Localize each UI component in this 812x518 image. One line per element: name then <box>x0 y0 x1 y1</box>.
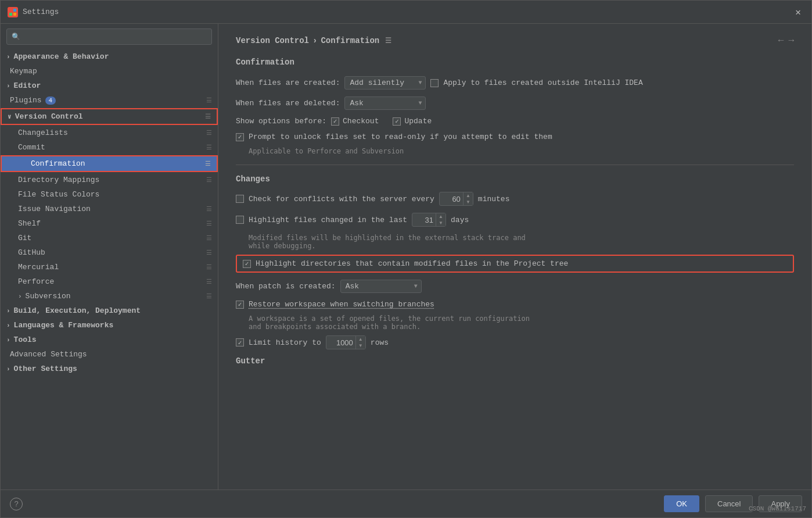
spinbox-up-button[interactable]: ▲ <box>356 336 365 342</box>
settings-icon: ☰ <box>206 176 212 184</box>
sidebar-item-label: File Status Colors <box>18 190 99 199</box>
settings-icon: ☰ <box>205 160 211 167</box>
sidebar-item-label: Version Control <box>15 112 83 121</box>
workspace-hint: A workspace is a set of opened files, th… <box>249 315 794 331</box>
check-conflicts-row: Check for conflicts with the server ever… <box>236 192 794 206</box>
ok-button[interactable]: OK <box>664 495 699 512</box>
prompt-unlock-checkbox[interactable] <box>236 133 244 141</box>
highlight-dirs-checkbox[interactable] <box>243 260 251 268</box>
sidebar-item-label: Editor <box>14 81 41 90</box>
sidebar-item-perforce[interactable]: Perforce ☰ <box>1 274 218 289</box>
search-input[interactable] <box>24 33 207 41</box>
sidebar-item-label: GitHub <box>18 248 45 257</box>
restore-workspace-label: Restore workspace when switching branche… <box>249 300 434 309</box>
limit-history-checkbox[interactable] <box>236 338 244 346</box>
highlight-hint: Modified files will be highlighted in th… <box>249 234 794 250</box>
gutter-title: Gutter <box>236 356 794 366</box>
spinbox-up-button[interactable]: ▲ <box>464 192 473 199</box>
restore-workspace-checkbox[interactable] <box>236 301 244 309</box>
bottom-bar: ? OK Cancel Apply <box>1 490 811 517</box>
when-patch-label: When patch is created: <box>236 282 336 291</box>
sidebar-item-label: Mercurial <box>18 263 59 271</box>
spinbox-down-button[interactable]: ▼ <box>356 342 365 349</box>
sidebar-item-mercurial[interactable]: Mercurial ☰ <box>1 260 218 274</box>
sidebar-item-subversion[interactable]: › Subversion ☰ <box>1 289 218 303</box>
cancel-button[interactable]: Cancel <box>705 495 753 512</box>
checkout-checkbox[interactable] <box>331 117 339 126</box>
conflicts-input[interactable] <box>440 195 463 203</box>
sidebar-item-other[interactable]: › Other Settings <box>1 362 218 376</box>
sidebar-item-advanced[interactable]: Advanced Settings <box>1 347 218 362</box>
conflicts-spinbox[interactable]: ▲ ▼ <box>439 192 473 206</box>
days-label: days <box>451 216 469 224</box>
sidebar-item-keymap[interactable]: Keymap <box>1 64 218 78</box>
sidebar-item-commit[interactable]: Commit ☰ <box>1 140 218 155</box>
sidebar-item-editor[interactable]: › Editor <box>1 78 218 93</box>
update-label: Update <box>404 117 432 126</box>
days-spinbox[interactable]: ▲ ▼ <box>412 213 446 227</box>
sidebar-item-version-control[interactable]: ∨ Version Control ☰ <box>2 109 217 124</box>
changes-title: Changes <box>236 174 794 184</box>
close-button[interactable]: ✕ <box>792 5 804 19</box>
sidebar-item-label: Git <box>18 234 31 242</box>
checkout-label: Checkout <box>343 117 379 126</box>
when-patch-value: Ask <box>346 282 359 291</box>
update-checkbox[interactable] <box>393 117 401 126</box>
highlight-files-checkbox[interactable] <box>236 216 244 224</box>
highlight-dirs-row: Highlight directories that contain modif… <box>236 255 794 273</box>
restore-workspace-row: Restore workspace when switching branche… <box>236 300 794 309</box>
chevron-right-icon: › <box>6 366 10 373</box>
settings-icon: ☰ <box>206 129 212 137</box>
when-deleted-dropdown[interactable]: Ask ▼ <box>344 97 426 110</box>
checkout-option: Checkout <box>331 117 379 126</box>
main-content: Version Control › Confirmation ☰ ← → Con… <box>218 24 811 490</box>
watermark: CSDN @walls1717 <box>749 505 806 512</box>
sidebar-item-confirmation[interactable]: Confirmation ☰ <box>2 156 217 171</box>
sidebar-item-plugins[interactable]: Plugins 4 ☰ <box>1 93 218 108</box>
sidebar-item-shelf[interactable]: Shelf ☰ <box>1 216 218 231</box>
chevron-right-icon: › <box>6 337 10 344</box>
sidebar-item-issue-navigation[interactable]: Issue Navigation ☰ <box>1 202 218 216</box>
when-created-row: When files are created: Add silently ▼ A… <box>236 76 794 90</box>
settings-icon: ☰ <box>206 249 212 256</box>
back-arrow[interactable]: ← <box>778 35 784 46</box>
sidebar-item-changelists[interactable]: Changelists ☰ <box>1 126 218 140</box>
check-conflicts-checkbox[interactable] <box>236 195 244 203</box>
sidebar-item-appearance[interactable]: › Appearance & Behavior <box>1 49 218 64</box>
apply-outside-checkbox[interactable] <box>430 79 439 87</box>
spinbox-down-button[interactable]: ▼ <box>464 199 473 205</box>
sidebar-item-directory-mappings[interactable]: Directory Mappings ☰ <box>1 173 218 187</box>
sidebar-item-label: Advanced Settings <box>10 350 87 359</box>
section-title: Confirmation <box>236 58 794 67</box>
forward-arrow[interactable]: → <box>788 35 794 46</box>
sidebar-item-build[interactable]: › Build, Execution, Deployment <box>1 303 218 318</box>
sidebar-item-languages[interactable]: › Languages & Frameworks <box>1 318 218 333</box>
history-spinbox[interactable]: ▲ ▼ <box>326 335 366 349</box>
sidebar-item-file-status-colors[interactable]: File Status Colors <box>1 187 218 202</box>
chevron-right-icon: › <box>6 53 10 60</box>
highlight-files-row: Highlight files changed in the last ▲ ▼ … <box>236 213 794 227</box>
sidebar-item-github[interactable]: GitHub ☰ <box>1 245 218 260</box>
help-button[interactable]: ? <box>10 498 23 510</box>
divider <box>236 165 794 165</box>
days-input[interactable] <box>412 216 436 224</box>
spinbox-down-button[interactable]: ▼ <box>436 220 445 226</box>
prompt-unlock-row: Prompt to unlock files set to read-only … <box>236 133 794 141</box>
plugins-badge: 4 <box>45 97 56 105</box>
sidebar-item-label: Keymap <box>10 67 37 76</box>
breadcrumb-menu-icon: ☰ <box>385 37 391 45</box>
when-created-dropdown[interactable]: Add silently ▼ <box>344 76 426 90</box>
search-box[interactable]: 🔍 <box>6 28 212 45</box>
history-input[interactable] <box>326 338 355 347</box>
spinbox-up-button[interactable]: ▲ <box>436 213 445 220</box>
sidebar-item-git[interactable]: Git ☰ <box>1 231 218 245</box>
svg-rect-1 <box>13 9 16 12</box>
settings-icon: ☰ <box>205 113 211 120</box>
sidebar-item-tools[interactable]: › Tools <box>1 333 218 347</box>
app-icon <box>8 7 18 17</box>
when-deleted-row: When files are deleted: Ask ▼ <box>236 97 794 110</box>
settings-icon: ☰ <box>206 205 212 213</box>
settings-icon: ☰ <box>206 263 212 271</box>
navigation-arrows: ← → <box>778 35 794 46</box>
when-patch-dropdown[interactable]: Ask ▼ <box>340 280 422 293</box>
